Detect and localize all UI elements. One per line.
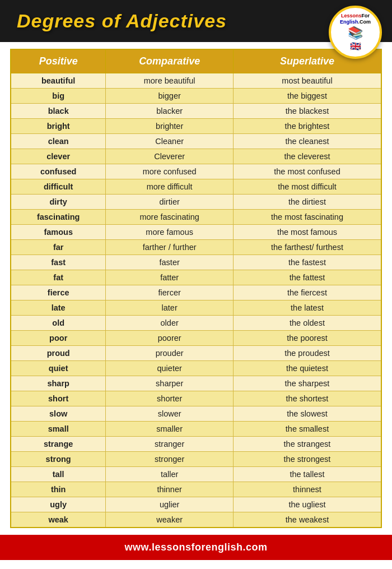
superlative-cell: the fattest (233, 270, 381, 285)
superlative-cell: the cleanest (233, 134, 381, 149)
positive-cell: tall (11, 467, 106, 482)
page-wrapper: Degrees of Adjectives LessonsForEnglish.… (0, 0, 392, 560)
table-row: shortshorterthe shortest (11, 391, 381, 406)
table-row: dirtydirtierthe dirtiest (11, 195, 381, 210)
table-row: sharpsharperthe sharpest (11, 376, 381, 391)
comparative-cell: more difficult (106, 179, 234, 195)
positive-cell: short (11, 391, 106, 406)
comparative-cell: smaller (106, 422, 234, 437)
superlative-cell: the most confused (233, 164, 381, 179)
header: Degrees of Adjectives LessonsForEnglish.… (0, 0, 392, 42)
adjectives-table: Positive Comparative Superlative beautif… (10, 49, 382, 528)
comparative-cell: older (106, 316, 234, 331)
comparative-cell: poorer (106, 331, 234, 346)
superlative-cell: the most difficult (233, 179, 381, 195)
table-row: famousmore famousthe most famous (11, 225, 381, 240)
positive-cell: clever (11, 149, 106, 164)
superlative-cell: the most fascinating (233, 210, 381, 225)
superlative-cell: the latest (233, 300, 381, 316)
footer: www.lessonsforenglish.com (0, 535, 392, 560)
positive-cell: strong (11, 452, 106, 467)
superlative-cell: the fiercest (233, 285, 381, 300)
table-row: blackblackerthe blackest (11, 104, 381, 119)
superlative-cell: the proudest (233, 346, 381, 361)
superlative-cell: the fastest (233, 255, 381, 270)
comparative-cell: later (106, 300, 234, 316)
positive-cell: fascinating (11, 210, 106, 225)
footer-url: www.lessonsforenglish.com (125, 542, 268, 553)
positive-cell: late (11, 300, 106, 316)
comparative-cell: farther / further (106, 240, 234, 255)
superlative-cell: the ugliest (233, 497, 381, 512)
superlative-cell: the biggest (233, 89, 381, 104)
table-row: fiercefiercerthe fiercest (11, 285, 381, 300)
superlative-cell: the farthest/ furthest (233, 240, 381, 255)
comparative-cell: fiercer (106, 285, 234, 300)
positive-cell: fat (11, 270, 106, 285)
superlative-cell: the strongest (233, 452, 381, 467)
comparative-cell: weaker (106, 512, 234, 528)
superlative-cell: the cleverest (233, 149, 381, 164)
table-row: fastfasterthe fastest (11, 255, 381, 270)
superlative-cell: the slowest (233, 406, 381, 422)
table-row: strongstrongerthe strongest (11, 452, 381, 467)
positive-cell: fast (11, 255, 106, 270)
positive-cell: proud (11, 346, 106, 361)
positive-cell: clean (11, 134, 106, 149)
table-row: quietquieterthe quietest (11, 361, 381, 376)
positive-cell: strange (11, 437, 106, 452)
positive-cell: thin (11, 482, 106, 497)
table-row: uglyuglierthe ugliest (11, 497, 381, 512)
comparative-cell: sharper (106, 376, 234, 391)
superlative-cell: the brightest (233, 119, 381, 134)
positive-cell: small (11, 422, 106, 437)
comparative-cell: more beautiful (106, 73, 234, 89)
positive-cell: slow (11, 406, 106, 422)
comparative-cell: more famous (106, 225, 234, 240)
superlative-cell: the quietest (233, 361, 381, 376)
positive-cell: big (11, 89, 106, 104)
flag-icon: 🇬🇧 (350, 41, 361, 52)
positive-cell: famous (11, 225, 106, 240)
positive-cell: fierce (11, 285, 106, 300)
comparative-cell: prouder (106, 346, 234, 361)
positive-cell: difficult (11, 179, 106, 195)
table-row: slowslowerthe slowest (11, 406, 381, 422)
comparative-cell: stronger (106, 452, 234, 467)
comparative-cell: Cleverer (106, 149, 234, 164)
table-row: thinthinnerthinnest (11, 482, 381, 497)
comparative-cell: dirtier (106, 195, 234, 210)
col-positive: Positive (11, 49, 106, 73)
table-row: poorpoorerthe poorest (11, 331, 381, 346)
table-row: talltallerthe tallest (11, 467, 381, 482)
comparative-cell: bigger (106, 89, 234, 104)
positive-cell: quiet (11, 361, 106, 376)
superlative-cell: the smallest (233, 422, 381, 437)
table-row: beautifulmore beautifulmost beautiful (11, 73, 381, 89)
superlative-cell: the sharpest (233, 376, 381, 391)
superlative-cell: thinnest (233, 482, 381, 497)
table-container: Positive Comparative Superlative beautif… (0, 42, 392, 535)
positive-cell: far (11, 240, 106, 255)
page-title: Degrees of Adjectives (17, 10, 227, 32)
superlative-cell: the strangest (233, 437, 381, 452)
comparative-cell: more confused (106, 164, 234, 179)
table-row: confusedmore confusedthe most confused (11, 164, 381, 179)
positive-cell: ugly (11, 497, 106, 512)
table-row: fatfatterthe fattest (11, 270, 381, 285)
comparative-cell: shorter (106, 391, 234, 406)
table-row: proudprouderthe proudest (11, 346, 381, 361)
comparative-cell: fatter (106, 270, 234, 285)
books-icon: 📚 (348, 26, 363, 40)
comparative-cell: more fascinating (106, 210, 234, 225)
positive-cell: poor (11, 331, 106, 346)
table-row: smallsmallerthe smallest (11, 422, 381, 437)
logo-circle: LessonsForEnglish.Com 📚 🇬🇧 (329, 6, 382, 59)
superlative-cell: the weakest (233, 512, 381, 528)
positive-cell: weak (11, 512, 106, 528)
table-row: fascinatingmore fascinatingthe most fasc… (11, 210, 381, 225)
superlative-cell: the oldest (233, 316, 381, 331)
superlative-cell: most beautiful (233, 73, 381, 89)
comparative-cell: brighter (106, 119, 234, 134)
positive-cell: sharp (11, 376, 106, 391)
